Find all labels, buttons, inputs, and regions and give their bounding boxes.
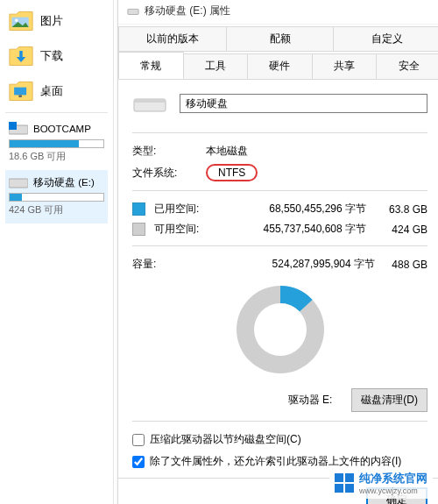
- dialog-title-bar: 移动硬盘 (E:) 属性: [118, 0, 438, 25]
- drive-usage-bar: [9, 139, 104, 148]
- sidebar-drive-bootcamp[interactable]: BOOTCAMP 18.6 GB 可用: [5, 117, 108, 170]
- filesystem-row: 文件系统: NTFS: [132, 164, 427, 181]
- sidebar-drive-removable[interactable]: 移动硬盘 (E:) 424 GB 可用: [5, 170, 108, 224]
- divider: [132, 132, 427, 133]
- sidebar-item-label: 下载: [40, 48, 104, 64]
- svg-rect-5: [9, 122, 17, 130]
- sidebar-item-label: 图片: [40, 13, 104, 29]
- svg-rect-6: [9, 179, 28, 188]
- drive-icon: [127, 5, 139, 18]
- tabs-row2: 常规 工具 硬件 共享 安全: [118, 52, 438, 80]
- tab-security[interactable]: 安全: [377, 53, 438, 79]
- drive-name-input[interactable]: [180, 94, 427, 113]
- disk-usage-donut-chart: [230, 279, 331, 380]
- free-gb: 424 GB: [375, 224, 427, 236]
- drive-name: 移动硬盘 (E:): [33, 176, 95, 189]
- filesystem-label: 文件系统:: [132, 166, 188, 181]
- capacity-gb: 488 GB: [375, 259, 427, 271]
- free-label: 可用空间:: [154, 222, 215, 237]
- tab-general[interactable]: 常规: [118, 52, 184, 79]
- compress-checkbox-label: 压缩此驱动器以节约磁盘空间(C): [150, 432, 301, 447]
- divider: [132, 245, 427, 246]
- drive-caption: 驱动器 E:: [288, 393, 333, 408]
- compress-checkbox[interactable]: 压缩此驱动器以节约磁盘空间(C): [132, 432, 427, 447]
- free-swatch-icon: [132, 223, 145, 236]
- used-label: 已用空间:: [154, 202, 215, 217]
- explorer-sidebar: 图片 下载 桌面 BOOTCAMP 18.6 GB 可用: [0, 0, 114, 504]
- drive-free-text: 424 GB 可用: [9, 203, 104, 217]
- used-gb: 63.8 GB: [375, 203, 427, 216]
- type-row: 类型: 本地磁盘: [132, 144, 427, 159]
- divider: [132, 190, 427, 191]
- free-bytes: 455,737,540,608 字节: [224, 222, 366, 237]
- drive-illustration-icon: [132, 90, 167, 117]
- dialog-title: 移动硬盘 (E:) 属性: [145, 4, 230, 18]
- svg-point-11: [254, 303, 307, 356]
- tabs-row1: 以前的版本 配额 自定义: [118, 25, 438, 52]
- watermark: 纯净系统官网 www.ycwjzy.com: [329, 467, 433, 499]
- svg-rect-9: [134, 99, 166, 103]
- watermark-logo-icon: [335, 473, 354, 493]
- used-bytes: 68,550,455,296 字节: [224, 202, 366, 217]
- tab-tools[interactable]: 工具: [184, 53, 249, 79]
- tab-previous-versions[interactable]: 以前的版本: [118, 26, 227, 52]
- windows-drive-icon: [9, 122, 28, 136]
- drive-free-text: 18.6 GB 可用: [9, 150, 104, 163]
- filesystem-value: NTFS: [206, 164, 258, 181]
- tab-hardware[interactable]: 硬件: [248, 53, 313, 79]
- removable-drive-icon: [9, 175, 28, 189]
- properties-dialog: 移动硬盘 (E:) 属性 以前的版本 配额 自定义 常规 工具 硬件 共享 安全…: [117, 0, 438, 504]
- sidebar-item-label: 桌面: [40, 83, 104, 99]
- drive-name: BOOTCAMP: [33, 124, 91, 134]
- compress-checkbox-input[interactable]: [132, 434, 145, 446]
- sidebar-item-pictures[interactable]: 图片: [5, 4, 108, 39]
- tab-sharing[interactable]: 共享: [313, 53, 378, 79]
- svg-rect-3: [18, 95, 22, 97]
- index-checkbox-input[interactable]: [132, 456, 145, 468]
- free-space-row: 可用空间: 455,737,540,608 字节 424 GB: [132, 222, 427, 237]
- sidebar-item-downloads[interactable]: 下载: [5, 39, 108, 74]
- pictures-folder-icon: [9, 11, 33, 32]
- capacity-bytes: 524,287,995,904 字节: [215, 257, 375, 272]
- sidebar-separator: [5, 112, 108, 113]
- divider: [132, 421, 427, 422]
- sidebar-item-desktop[interactable]: 桌面: [5, 74, 108, 109]
- drive-usage-bar: [9, 193, 104, 202]
- watermark-url: www.ycwjzy.com: [359, 486, 427, 495]
- used-space-row: 已用空间: 68,550,455,296 字节 63.8 GB: [132, 202, 427, 217]
- svg-point-1: [15, 18, 18, 22]
- used-swatch-icon: [132, 202, 145, 216]
- capacity-label: 容量:: [132, 257, 215, 272]
- disk-cleanup-button[interactable]: 磁盘清理(D): [351, 388, 427, 412]
- type-value: 本地磁盘: [206, 144, 248, 159]
- svg-rect-7: [128, 9, 138, 14]
- capacity-row: 容量: 524,287,995,904 字节 488 GB: [132, 257, 427, 272]
- tab-quota[interactable]: 配额: [227, 26, 335, 52]
- type-label: 类型:: [132, 144, 188, 159]
- watermark-text: 纯净系统官网: [359, 472, 427, 485]
- downloads-folder-icon: [9, 46, 33, 67]
- svg-rect-2: [14, 88, 26, 96]
- desktop-folder-icon: [9, 81, 33, 102]
- tab-custom[interactable]: 自定义: [334, 26, 438, 52]
